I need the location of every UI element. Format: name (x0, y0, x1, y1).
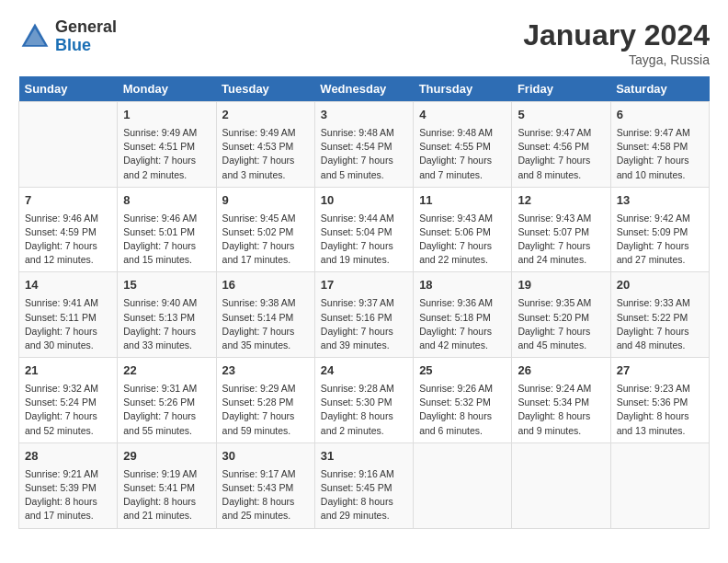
day-number: 22 (123, 362, 210, 380)
day-detail: Sunrise: 9:46 AMSunset: 5:01 PMDaylight:… (123, 212, 210, 268)
calendar-week-2: 7Sunrise: 9:46 AMSunset: 4:59 PMDaylight… (19, 187, 710, 272)
day-number: 11 (419, 192, 506, 210)
weekday-header-friday: Friday (512, 76, 610, 102)
day-detail: Sunrise: 9:49 AMSunset: 4:53 PMDaylight:… (222, 126, 309, 182)
weekday-header-row: SundayMondayTuesdayWednesdayThursdayFrid… (19, 76, 710, 102)
calendar-cell: 5Sunrise: 9:47 AMSunset: 4:56 PMDaylight… (512, 102, 610, 188)
day-detail: Sunrise: 9:41 AMSunset: 5:11 PMDaylight:… (25, 296, 111, 352)
calendar-cell: 27Sunrise: 9:23 AMSunset: 5:36 PMDayligh… (610, 358, 709, 443)
day-detail: Sunrise: 9:48 AMSunset: 4:54 PMDaylight:… (321, 126, 407, 182)
day-number: 29 (123, 448, 210, 465)
day-number: 20 (617, 277, 703, 294)
day-detail: Sunrise: 9:44 AMSunset: 5:04 PMDaylight:… (321, 212, 407, 268)
day-detail: Sunrise: 9:24 AMSunset: 5:34 PMDaylight:… (518, 382, 604, 438)
day-number: 19 (518, 277, 604, 294)
calendar-cell: 31Sunrise: 9:16 AMSunset: 5:45 PMDayligh… (314, 442, 413, 528)
logo-general: General (55, 17, 117, 36)
title-block: January 2024 Tayga, Russia (523, 18, 710, 67)
day-detail: Sunrise: 9:48 AMSunset: 4:55 PMDaylight:… (419, 126, 506, 182)
calendar-cell: 12Sunrise: 9:43 AMSunset: 5:07 PMDayligh… (512, 187, 610, 272)
weekday-header-saturday: Saturday (610, 76, 709, 102)
day-detail: Sunrise: 9:16 AMSunset: 5:45 PMDaylight:… (321, 467, 407, 523)
calendar-cell: 1Sunrise: 9:49 AMSunset: 4:51 PMDaylight… (118, 102, 216, 188)
day-number: 24 (321, 362, 407, 380)
day-number: 14 (25, 277, 111, 294)
calendar-cell: 23Sunrise: 9:29 AMSunset: 5:28 PMDayligh… (216, 358, 314, 443)
calendar-cell: 28Sunrise: 9:21 AMSunset: 5:39 PMDayligh… (19, 442, 118, 528)
calendar-cell (610, 442, 709, 528)
day-number: 2 (222, 107, 309, 124)
logo-icon (18, 20, 51, 53)
day-detail: Sunrise: 9:47 AMSunset: 4:56 PMDaylight:… (518, 126, 604, 182)
calendar-cell: 9Sunrise: 9:45 AMSunset: 5:02 PMDaylight… (216, 187, 314, 272)
day-number: 30 (222, 448, 309, 465)
day-number: 10 (321, 192, 407, 210)
calendar-cell: 29Sunrise: 9:19 AMSunset: 5:41 PMDayligh… (118, 442, 216, 528)
day-number: 12 (518, 192, 604, 210)
day-detail: Sunrise: 9:26 AMSunset: 5:32 PMDaylight:… (419, 382, 506, 438)
month-year-title: January 2024 (523, 18, 710, 52)
calendar-body: 1Sunrise: 9:49 AMSunset: 4:51 PMDaylight… (19, 102, 710, 529)
calendar-cell: 26Sunrise: 9:24 AMSunset: 5:34 PMDayligh… (512, 358, 610, 443)
calendar-week-1: 1Sunrise: 9:49 AMSunset: 4:51 PMDaylight… (19, 102, 710, 188)
day-number: 21 (25, 362, 111, 380)
day-detail: Sunrise: 9:32 AMSunset: 5:24 PMDaylight:… (25, 382, 111, 438)
calendar-week-4: 21Sunrise: 9:32 AMSunset: 5:24 PMDayligh… (19, 358, 710, 443)
day-detail: Sunrise: 9:28 AMSunset: 5:30 PMDaylight:… (321, 382, 407, 438)
calendar-cell: 4Sunrise: 9:48 AMSunset: 4:55 PMDaylight… (414, 102, 512, 188)
day-number: 13 (617, 192, 703, 210)
calendar-cell: 22Sunrise: 9:31 AMSunset: 5:26 PMDayligh… (118, 358, 216, 443)
calendar-cell (414, 442, 512, 528)
logo-text: General Blue (55, 18, 117, 55)
calendar-cell: 8Sunrise: 9:46 AMSunset: 5:01 PMDaylight… (118, 187, 216, 272)
calendar-cell: 6Sunrise: 9:47 AMSunset: 4:58 PMDaylight… (610, 102, 709, 188)
day-number: 4 (419, 107, 506, 124)
calendar-cell: 13Sunrise: 9:42 AMSunset: 5:09 PMDayligh… (610, 187, 709, 272)
day-number: 23 (222, 362, 309, 380)
calendar-cell: 19Sunrise: 9:35 AMSunset: 5:20 PMDayligh… (512, 272, 610, 358)
day-detail: Sunrise: 9:43 AMSunset: 5:06 PMDaylight:… (419, 212, 506, 268)
calendar-cell: 2Sunrise: 9:49 AMSunset: 4:53 PMDaylight… (216, 102, 314, 188)
day-number: 6 (617, 107, 703, 124)
day-detail: Sunrise: 9:37 AMSunset: 5:16 PMDaylight:… (321, 296, 407, 352)
weekday-header-thursday: Thursday (414, 76, 512, 102)
calendar-cell: 21Sunrise: 9:32 AMSunset: 5:24 PMDayligh… (19, 358, 118, 443)
day-detail: Sunrise: 9:19 AMSunset: 5:41 PMDaylight:… (123, 467, 210, 523)
day-number: 7 (25, 192, 111, 210)
day-number: 3 (321, 107, 407, 124)
logo-blue: Blue (55, 36, 91, 54)
calendar-table: SundayMondayTuesdayWednesdayThursdayFrid… (18, 76, 710, 529)
day-detail: Sunrise: 9:21 AMSunset: 5:39 PMDaylight:… (25, 467, 111, 523)
calendar-cell: 10Sunrise: 9:44 AMSunset: 5:04 PMDayligh… (314, 187, 413, 272)
day-number: 1 (123, 107, 210, 124)
weekday-header-monday: Monday (118, 76, 216, 102)
day-detail: Sunrise: 9:47 AMSunset: 4:58 PMDaylight:… (617, 126, 703, 182)
day-number: 28 (25, 448, 111, 465)
page-header: General Blue January 2024 Tayga, Russia (18, 18, 710, 67)
day-detail: Sunrise: 9:29 AMSunset: 5:28 PMDaylight:… (222, 382, 309, 438)
location-label: Tayga, Russia (523, 52, 710, 67)
day-detail: Sunrise: 9:35 AMSunset: 5:20 PMDaylight:… (518, 296, 604, 352)
calendar-week-3: 14Sunrise: 9:41 AMSunset: 5:11 PMDayligh… (19, 272, 710, 358)
calendar-cell: 14Sunrise: 9:41 AMSunset: 5:11 PMDayligh… (19, 272, 118, 358)
calendar-cell: 30Sunrise: 9:17 AMSunset: 5:43 PMDayligh… (216, 442, 314, 528)
day-detail: Sunrise: 9:49 AMSunset: 4:51 PMDaylight:… (123, 126, 210, 182)
day-number: 15 (123, 277, 210, 294)
day-number: 8 (123, 192, 210, 210)
calendar-week-5: 28Sunrise: 9:21 AMSunset: 5:39 PMDayligh… (19, 442, 710, 528)
day-detail: Sunrise: 9:23 AMSunset: 5:36 PMDaylight:… (617, 382, 703, 438)
calendar-cell: 15Sunrise: 9:40 AMSunset: 5:13 PMDayligh… (118, 272, 216, 358)
calendar-cell: 16Sunrise: 9:38 AMSunset: 5:14 PMDayligh… (216, 272, 314, 358)
day-number: 9 (222, 192, 309, 210)
calendar-cell (512, 442, 610, 528)
day-number: 17 (321, 277, 407, 294)
weekday-header-wednesday: Wednesday (314, 76, 413, 102)
calendar-cell: 17Sunrise: 9:37 AMSunset: 5:16 PMDayligh… (314, 272, 413, 358)
day-number: 18 (419, 277, 506, 294)
day-detail: Sunrise: 9:33 AMSunset: 5:22 PMDaylight:… (617, 296, 703, 352)
logo: General Blue (18, 18, 117, 55)
calendar-cell: 3Sunrise: 9:48 AMSunset: 4:54 PMDaylight… (314, 102, 413, 188)
day-number: 27 (617, 362, 703, 380)
calendar-cell: 24Sunrise: 9:28 AMSunset: 5:30 PMDayligh… (314, 358, 413, 443)
day-detail: Sunrise: 9:36 AMSunset: 5:18 PMDaylight:… (419, 296, 506, 352)
